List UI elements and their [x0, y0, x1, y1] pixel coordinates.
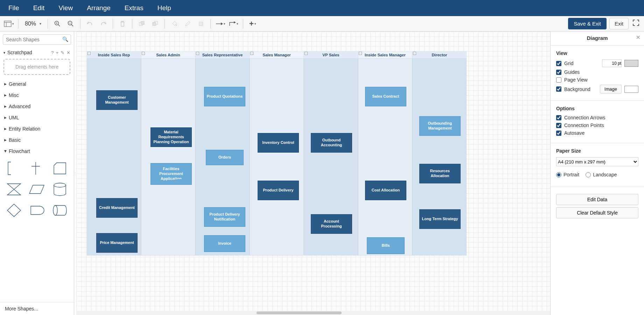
paper-heading: Paper Size [556, 148, 638, 154]
svg-point-18 [53, 205, 57, 215]
menu-view[interactable]: View [53, 1, 78, 15]
landscape-radio[interactable] [586, 172, 591, 177]
shape-database[interactable] [51, 181, 69, 197]
diagram-node[interactable]: Sales Contract [365, 87, 406, 106]
connection-style-button[interactable]: ▾ [215, 19, 225, 29]
menu-file[interactable]: File [3, 1, 25, 15]
cat-basic[interactable]: ▶Basic [0, 134, 74, 146]
undo-button[interactable] [85, 19, 95, 29]
cat-flowchart[interactable]: ▶Flowchart [0, 146, 74, 157]
diagram-node[interactable]: Bills [367, 237, 405, 254]
background-image-button[interactable]: Image [600, 85, 622, 93]
swimlane[interactable]: −Inside Sales Rep [87, 51, 141, 255]
to-front-button[interactable] [136, 19, 147, 29]
portrait-radio[interactable] [556, 172, 561, 177]
shape-delay[interactable] [28, 202, 46, 218]
exit-button[interactable]: Exit [609, 18, 629, 29]
diagram-node[interactable]: Material Requirements Planning Operation [150, 127, 192, 147]
canvas[interactable]: −Inside Sales Rep−Sales Admin−Sales Repr… [76, 31, 550, 315]
guides-checkbox[interactable] [556, 70, 561, 75]
to-back-button[interactable] [150, 19, 160, 29]
scratchpad-dropzone[interactable]: Drag elements here [4, 59, 70, 75]
diagram-node[interactable]: Invoice [204, 235, 245, 252]
zoom-value: 80% [25, 21, 36, 27]
panel-close-button[interactable]: ✕ [636, 34, 640, 41]
plus-icon: + [249, 19, 254, 28]
view-mode-button[interactable]: ▾ [4, 19, 14, 29]
shape-direct-data[interactable] [51, 202, 69, 218]
diagram-node[interactable]: Credit Management [96, 198, 138, 218]
cat-misc[interactable]: ▶Misc [0, 90, 74, 101]
cat-entity[interactable]: ▶Entity Relation [0, 123, 74, 134]
shape-annotation[interactable] [5, 160, 23, 176]
menu-edit[interactable]: Edit [28, 1, 50, 15]
format-panel: Diagram ✕ View Grid Guides Page View [550, 31, 644, 315]
swimlane[interactable]: −Inside Sales Manager [358, 51, 412, 255]
redo-button[interactable] [98, 19, 108, 29]
diagram-node[interactable]: Long Term Strategy [419, 209, 461, 229]
search-shapes-input[interactable] [3, 34, 71, 45]
canvas-scrollbar[interactable] [76, 311, 550, 315]
menu-arrange[interactable]: Arrange [81, 1, 116, 15]
clear-style-button[interactable]: Clear Default Style [556, 207, 638, 218]
panel-title: Diagram [587, 35, 608, 41]
swimlane[interactable]: −Sales Admin [141, 51, 195, 255]
shape-annotation-2[interactable] [28, 160, 46, 176]
diagram-node[interactable]: Inventory Control [258, 133, 299, 153]
diagram-node[interactable]: Orders [206, 150, 244, 165]
toolbar: ▾ 80% ▾ ▾ ▾ [0, 16, 644, 31]
shadow-button[interactable] [196, 19, 206, 29]
pageview-checkbox[interactable] [556, 77, 561, 83]
edit-data-button[interactable]: Edit Data [556, 194, 638, 205]
cat-advanced[interactable]: ▶Advanced [0, 101, 74, 112]
stroke-button[interactable] [182, 19, 193, 29]
edit-icon[interactable]: ✎ [61, 50, 64, 55]
diagram-node[interactable]: Outbound Accounting [311, 133, 352, 153]
close-icon[interactable]: ✕ [66, 50, 70, 55]
zoom-level[interactable]: 80% ▾ [23, 21, 43, 27]
menu-help[interactable]: Help [152, 1, 177, 15]
cat-uml[interactable]: ▶UML [0, 112, 74, 123]
conn-arrows-label: Connection Arrows [564, 115, 606, 120]
diagram-node[interactable]: Resources Allocation [419, 164, 461, 183]
grid-color-swatch[interactable] [624, 60, 638, 67]
fill-button[interactable] [169, 19, 180, 29]
diagram-node[interactable]: Outbounding Management [419, 116, 461, 136]
background-color-swatch[interactable] [624, 86, 638, 93]
conn-points-checkbox[interactable] [556, 123, 561, 128]
landscape-label: Landscape [593, 172, 617, 177]
more-shapes-button[interactable]: More Shapes... [0, 302, 74, 315]
shape-collate[interactable] [5, 181, 23, 197]
diagram-node[interactable]: Cost Allocation [365, 181, 406, 200]
add-icon[interactable]: + [56, 50, 58, 55]
diagram-node[interactable]: Price Management [96, 233, 138, 253]
menu-extras[interactable]: Extras [119, 1, 149, 15]
delete-button[interactable] [117, 19, 128, 29]
diagram-node[interactable]: Customer Management [96, 90, 138, 110]
save-exit-button[interactable]: Save & Exit [568, 18, 607, 29]
insert-button[interactable]: + ▾ [247, 19, 258, 29]
paper-size-select[interactable]: A4 (210 mm x 297 mm) [556, 157, 638, 166]
grid-size-input[interactable] [602, 59, 622, 67]
diagram-node[interactable]: Product Delivery Notification [204, 207, 245, 227]
shape-card[interactable] [51, 160, 69, 176]
swimlane[interactable]: −Sales Manager [250, 51, 304, 255]
conn-arrows-checkbox[interactable] [556, 115, 561, 120]
background-checkbox[interactable] [556, 86, 561, 92]
zoom-out-button[interactable] [65, 19, 76, 29]
waypoint-style-button[interactable]: ▾ [228, 19, 239, 29]
shape-data[interactable] [28, 181, 46, 197]
cat-general[interactable]: ▶General [0, 78, 74, 90]
zoom-in-button[interactable] [52, 19, 63, 29]
help-icon[interactable]: ? [51, 50, 54, 55]
grid-checkbox[interactable] [556, 61, 561, 66]
svg-rect-0 [4, 21, 11, 27]
diagram-node[interactable]: Product Delivery [258, 181, 299, 200]
diagram-node[interactable]: Facilities Procurement Application [150, 163, 192, 185]
diagram-node[interactable]: Account Processing [311, 214, 352, 234]
scratchpad-header[interactable]: ▾ Scratchpad ? + ✎ ✕ [0, 48, 74, 57]
shape-decision[interactable] [5, 202, 23, 218]
autosave-checkbox[interactable] [556, 131, 561, 136]
fullscreen-button[interactable] [631, 18, 640, 29]
diagram-node[interactable]: Product Quotations [204, 87, 245, 106]
